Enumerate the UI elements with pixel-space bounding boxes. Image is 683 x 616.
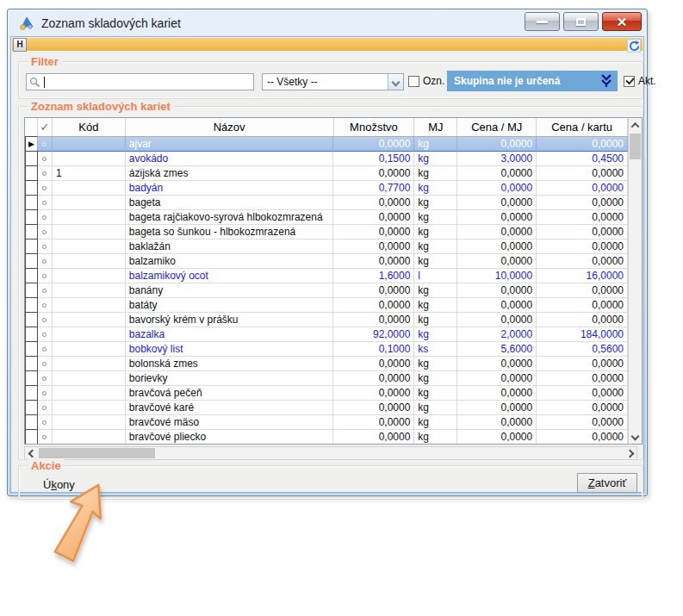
app-icon <box>19 16 34 30</box>
actions-group: Akcie Úkony Zatvoriť <box>18 465 643 500</box>
scroll-left-button[interactable] <box>25 447 39 459</box>
cell-cena-kartu: 0,4500 <box>537 152 628 166</box>
cell-cena-kartu: 0,0000 <box>537 283 628 298</box>
header-mnozstvo[interactable]: Množstvo <box>334 118 415 136</box>
table-row[interactable]: bobkový list0,1000ks5,60000,56005 <box>25 342 636 357</box>
table-row[interactable]: borievky0,0000kg0,00000,0000 <box>25 371 636 386</box>
row-indicator <box>25 341 38 357</box>
close-button[interactable]: ✕ <box>602 12 642 31</box>
cell-mnozstvo: 92,0000 <box>333 327 414 342</box>
cell-nazov: bravčové mäso <box>126 415 334 430</box>
group-chip[interactable]: Skupina nie je určená <box>447 71 618 91</box>
cell-mj: kg <box>414 240 457 254</box>
scroll-right-button[interactable] <box>623 447 636 459</box>
cell-kod <box>53 313 126 327</box>
cell-mnozstvo: 0,7700 <box>333 181 414 196</box>
chevron-down-icon <box>631 432 640 441</box>
table-header-row: ✓ Kód Názov Množstvo MJ Cena / MJ Cena /… <box>25 118 636 137</box>
cell-mj: kg <box>414 166 457 181</box>
vertical-scroll-thumb[interactable] <box>630 134 641 159</box>
table-row[interactable]: balzamiko0,0000kg0,00000,0000 <box>25 254 636 269</box>
header-cena-kartu[interactable]: Cena / kartu <box>537 118 628 136</box>
scroll-up-button[interactable] <box>629 118 642 133</box>
row-status <box>38 327 53 342</box>
table-row[interactable]: ▶ajvar0,0000kg0,00000,0000 <box>25 137 636 152</box>
status-circle-icon <box>42 362 47 366</box>
cell-kod <box>53 181 126 196</box>
table-row[interactable]: bazalka92,0000kg2,0000184,00000 <box>25 327 636 342</box>
row-indicator <box>25 195 38 210</box>
table-row[interactable]: bavorský krém v prášku0,0000kg0,00000,00… <box>25 313 636 327</box>
table-row[interactable]: bravčové karé0,0000kg0,00000,0000 <box>25 401 636 415</box>
cell-mnozstvo: 0,0000 <box>333 371 414 386</box>
chevron-down-icon <box>392 78 400 86</box>
table-row[interactable]: bravčové mäso0,0000kg0,00000,0000 <box>25 415 636 430</box>
cell-cena-kartu: 0,0000 <box>537 181 628 196</box>
cell-cena-mj: 0,0000 <box>457 225 537 240</box>
row-indicator <box>25 327 38 342</box>
cell-kod <box>53 357 126 371</box>
table-row[interactable]: baklažán0,0000kg0,00000,0000 <box>25 240 636 254</box>
cell-kod <box>53 283 126 298</box>
dropdown-arrow-button[interactable] <box>388 74 403 90</box>
header-kod[interactable]: Kód <box>53 118 126 136</box>
maximize-button[interactable] <box>563 12 599 31</box>
table-row[interactable]: avokádo0,1500kg3,00000,45007 <box>25 152 636 166</box>
cell-mnozstvo: 0,0000 <box>333 313 414 327</box>
header-mj[interactable]: MJ <box>414 118 457 136</box>
search-input[interactable] <box>26 73 254 90</box>
cell-cena-mj: 0,0000 <box>457 357 537 371</box>
cell-mj: ks <box>414 342 457 357</box>
table-row[interactable]: bageta rajčiakovo-syrová hlbokozmrazená0… <box>25 210 636 225</box>
ozn-checkbox[interactable] <box>408 76 419 87</box>
cell-cena-kartu: 0,0000 <box>537 240 628 254</box>
cell-cena-kartu: 0,0000 <box>537 430 628 445</box>
header-check[interactable]: ✓ <box>38 118 53 136</box>
header-nazov[interactable]: Názov <box>126 118 334 136</box>
row-indicator <box>25 165 38 181</box>
scroll-down-button[interactable] <box>629 429 642 444</box>
ukony-menu-button[interactable]: Úkony <box>43 478 75 491</box>
cell-cena-kartu: 0,5600 <box>537 342 628 357</box>
cell-cena-mj: 0,0000 <box>457 181 537 196</box>
refresh-icon <box>629 40 640 52</box>
minimize-button[interactable] <box>525 12 560 31</box>
cell-nazov: bravčová pečeň <box>126 386 334 401</box>
cell-mj: kg <box>414 196 457 210</box>
dropdown-value: -- Všetky -- <box>263 76 388 88</box>
table-row[interactable]: banány0,0000kg0,00000,0000 <box>25 283 636 298</box>
table-row[interactable]: bravčové pliecko0,0000kg0,00000,0000 <box>25 430 636 445</box>
horizontal-scrollbar[interactable] <box>24 446 637 460</box>
cell-nazov: batáty <box>126 298 334 313</box>
cell-cena-mj: 5,6000 <box>457 342 537 357</box>
table-row[interactable]: bageta0,0000kg0,00000,0000 <box>25 196 636 210</box>
horizontal-scroll-thumb[interactable] <box>39 448 155 458</box>
table-row[interactable]: bravčová pečeň0,0000kg0,00000,0000 <box>25 386 636 401</box>
akt-checkbox[interactable] <box>624 76 635 87</box>
cell-cena-mj: 0,0000 <box>457 137 537 152</box>
chevron-left-icon <box>28 449 36 457</box>
table-row[interactable]: 1ázijská zmes0,0000kg0,00000,0000 <box>25 166 636 181</box>
h-button[interactable]: H <box>13 38 27 52</box>
table-row[interactable]: balzamikový ocot1,6000l10,000016,00000 <box>25 269 636 283</box>
table-row[interactable]: bageta so šunkou - hlbokozmrazená0,0000k… <box>25 225 636 240</box>
vertical-scrollbar[interactable] <box>628 117 643 445</box>
filter-legend: Filter <box>28 55 62 68</box>
row-status <box>38 430 53 445</box>
header-cena-mj[interactable]: Cena / MJ <box>457 118 537 136</box>
text-cursor <box>44 77 45 88</box>
cell-mj: kg <box>414 430 457 445</box>
actions-legend: Akcie <box>28 459 65 472</box>
table-row[interactable]: batáty0,0000kg0,00000,0000 <box>25 298 636 313</box>
refresh-button[interactable] <box>627 39 641 53</box>
table-row[interactable]: badyán0,7700kg0,00000,00001 <box>25 181 636 196</box>
cell-nazov: bolonská zmes <box>126 357 334 371</box>
table-row[interactable]: bolonská zmes0,0000kg0,00000,0000 <box>25 357 636 371</box>
title-bar[interactable]: Zoznam skladových kariet ✕ <box>8 9 647 36</box>
cell-cena-kartu: 0,0000 <box>537 415 628 430</box>
category-dropdown[interactable]: -- Všetky -- <box>262 73 404 90</box>
zatvorit-button[interactable]: Zatvoriť <box>577 473 637 493</box>
cell-cena-kartu: 0,0000 <box>537 225 628 240</box>
cell-kod <box>53 240 126 254</box>
cell-cena-mj: 0,0000 <box>457 430 537 445</box>
